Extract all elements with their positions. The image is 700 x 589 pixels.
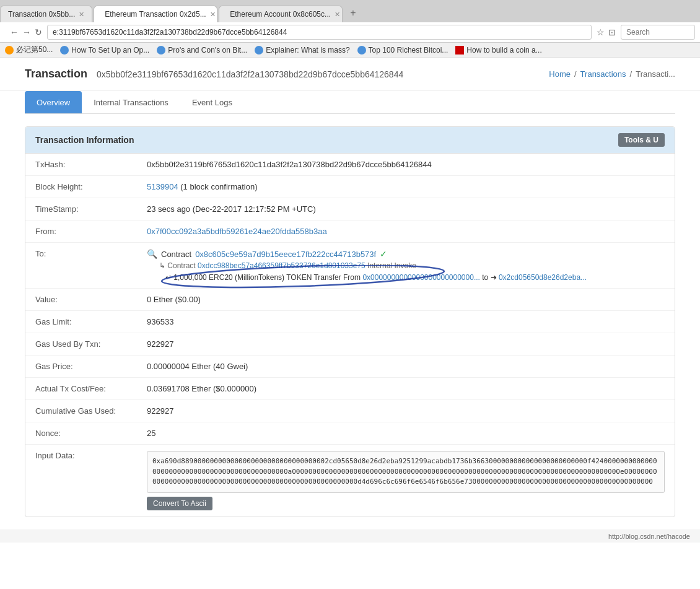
- tab-event-logs[interactable]: Event Logs: [180, 91, 244, 113]
- contract-address-link[interactable]: 0x8c605c9e59a7d9b15eece17fb222cc44713b57…: [195, 250, 376, 259]
- tools-button[interactable]: Tools & U: [618, 133, 665, 147]
- from-value: 0x7f00cc092a3a5bdfb59261e24ae20fdda558b3…: [147, 227, 665, 236]
- transfer-line: ↵ 1,000,000 ERC20 (MillionTokens) TOKEN …: [165, 273, 587, 282]
- tab-close-icon[interactable]: ✕: [210, 11, 216, 19]
- bookmark-favicon: [5, 46, 14, 55]
- cumulative-value: 922927: [147, 406, 665, 416]
- breadcrumb-sep2: /: [630, 69, 632, 79]
- address-icons: ☆ ⊡: [597, 27, 616, 37]
- table-row: TimeStamp: 23 secs ago (Dec-22-2017 12:1…: [25, 198, 675, 220]
- bookmark-label: Top 100 Richest Bitcoi...: [369, 46, 448, 55]
- gas-used-value: 922927: [147, 339, 665, 349]
- bookmark-label: Explainer: What is mass?: [266, 46, 349, 55]
- bookmark-icon[interactable]: ☆: [597, 27, 605, 37]
- panel-title: Transaction Information: [35, 135, 134, 145]
- search-input[interactable]: [621, 25, 695, 40]
- convert-ascii-button[interactable]: Convert To Ascii: [147, 497, 212, 510]
- block-height-value: 5139904 (1 block confirmation): [147, 182, 665, 191]
- bookmark-item[interactable]: How To Set Up an Op...: [60, 46, 149, 55]
- transfer-from-address[interactable]: 0x0000000000000000000000000...: [362, 273, 480, 282]
- breadcrumb-current: Transacti...: [636, 69, 675, 79]
- gas-used-label: Gas Used By Txn:: [35, 339, 147, 349]
- actual-cost-value: 0.03691708 Ether ($0.000000): [147, 384, 665, 393]
- back-icon[interactable]: ←: [10, 27, 19, 37]
- table-row: Gas Price: 0.00000004 Ether (40 Gwei): [25, 356, 675, 378]
- page-header: Transaction 0x5bb0f2e3119bf67653d1620c11…: [0, 58, 700, 91]
- block-height-label: Block Height:: [35, 182, 147, 191]
- internal-contract-link[interactable]: 0xdcc988bec57a466359ff7b533726e1d801033e…: [198, 261, 365, 270]
- table-row: TxHash: 0x5bb0f2e3119bf67653d1620c11da3f…: [25, 154, 675, 176]
- table-row: Value: 0 Ether ($0.00): [25, 289, 675, 311]
- address-bar: ← → ↻ ☆ ⊡: [0, 22, 700, 43]
- transfer-line-wrapper: ↵ 1,000,000 ERC20 (MillionTokens) TOKEN …: [165, 273, 587, 282]
- breadcrumb-sep1: /: [574, 69, 577, 79]
- nonce-value: 25: [147, 429, 665, 438]
- timestamp-label: TimeStamp:: [35, 204, 147, 214]
- internal-call-block: ↳ Contract 0xdcc988bec57a466359ff7b53372…: [159, 261, 665, 282]
- timestamp-value: 23 secs ago (Dec-22-2017 12:17:52 PM +UT…: [147, 204, 665, 214]
- tab-internal-transactions[interactable]: Internal Transactions: [82, 91, 180, 113]
- bookmark-label: How to build a coin a...: [466, 46, 541, 55]
- nav-icons: ← → ↻: [10, 27, 42, 37]
- transaction-hash-title: 0x5bb0f2e3119bf67653d1620c11da3f2f2a1307…: [97, 69, 403, 79]
- breadcrumb-home[interactable]: Home: [549, 69, 571, 79]
- bookmark-item[interactable]: Pro's and Con's on Bit...: [157, 46, 247, 55]
- window-icon[interactable]: ⊡: [608, 27, 616, 37]
- page-title-block: Transaction 0x5bb0f2e3119bf67653d1620c11…: [25, 68, 403, 81]
- panel-header: Transaction Information Tools & U: [25, 127, 675, 154]
- cumulative-label: Cumulative Gas Used:: [35, 406, 147, 416]
- tab-eth-transaction[interactable]: Ethereum Transaction 0x2d5... ✕: [94, 6, 217, 22]
- table-row: Gas Used By Txn: 922927: [25, 333, 675, 356]
- internal-invoke-text: Internal Invoke: [367, 261, 416, 270]
- tab-eth-account[interactable]: Ethereum Account 0x8c605c... ✕: [219, 6, 343, 22]
- tab-overview[interactable]: Overview: [25, 91, 82, 113]
- bookmark-favicon: [60, 46, 69, 55]
- new-tab-button[interactable]: +: [344, 4, 362, 22]
- from-address-link[interactable]: 0x7f00cc092a3a5bdfb59261e24ae20fdda558b3…: [147, 227, 327, 236]
- transaction-info-panel: Transaction Information Tools & U TxHash…: [25, 126, 675, 517]
- input-data-value: 0xa690d889000000000000000000000000000000…: [147, 451, 665, 510]
- txhash-value: 0x5bb0f2e3119bf67653d1620c11da3f2f2a1307…: [147, 160, 665, 169]
- verified-check-icon: ✓: [380, 249, 387, 259]
- table-row: From: 0x7f00cc092a3a5bdfb59261e24ae20fdd…: [25, 220, 675, 243]
- breadcrumb: Home / Transactions / Transacti...: [549, 69, 675, 79]
- contract-search-icon: 🔍: [147, 249, 157, 259]
- table-row: Gas Limit: 936533: [25, 311, 675, 333]
- browser-chrome: Transaction 0x5bb... ✕ Ethereum Transact…: [0, 0, 700, 58]
- transaction-label: Transaction: [25, 68, 87, 80]
- gas-price-value: 0.00000004 Ether (40 Gwei): [147, 362, 665, 371]
- contract-row: 🔍 Contract 0x8c605c9e59a7d9b15eece17fb22…: [147, 249, 665, 259]
- reload-icon[interactable]: ↻: [35, 27, 42, 37]
- breadcrumb-transactions[interactable]: Transactions: [580, 69, 626, 79]
- bookmark-label: Pro's and Con's on Bit...: [168, 46, 247, 55]
- gas-price-label: Gas Price:: [35, 362, 147, 371]
- bookmark-item[interactable]: Top 100 Richest Bitcoi...: [357, 46, 448, 55]
- bookmark-item[interactable]: Explainer: What is mass?: [255, 46, 349, 55]
- nonce-label: Nonce:: [35, 429, 147, 438]
- block-confirmation-text: (1 block confirmation): [180, 182, 257, 191]
- tab-close-icon[interactable]: ✕: [79, 11, 84, 19]
- tab-transaction[interactable]: Transaction 0x5bb... ✕: [0, 6, 92, 22]
- to-label: To:: [35, 249, 147, 258]
- tab-label: Transaction 0x5bb...: [8, 10, 75, 19]
- address-input[interactable]: [47, 25, 592, 40]
- table-row: Input Data: 0xa690d889000000000000000000…: [25, 445, 675, 517]
- bookmark-item[interactable]: How to build a coin a...: [455, 46, 541, 55]
- input-data-box[interactable]: 0xa690d889000000000000000000000000000000…: [147, 451, 665, 493]
- tab-label: Ethereum Transaction 0x2d5...: [105, 10, 206, 19]
- bookmark-item[interactable]: 必记第50...: [5, 45, 53, 55]
- table-row: Block Height: 5139904 (1 block confirmat…: [25, 176, 675, 198]
- actual-cost-label: Actual Tx Cost/Fee:: [35, 384, 147, 393]
- from-label: From:: [35, 227, 147, 236]
- transfer-to-address[interactable]: 0x2cd05650d8e26d2eba...: [499, 273, 587, 282]
- forward-icon[interactable]: →: [22, 27, 31, 37]
- txhash-label: TxHash:: [35, 160, 147, 169]
- page-title: Transaction 0x5bb0f2e3119bf67653d1620c11…: [25, 68, 403, 80]
- transfer-arrow-right: to ➜: [482, 273, 499, 282]
- gas-limit-label: Gas Limit:: [35, 317, 147, 326]
- status-url: http://blog.csdn.net/hacode: [608, 533, 690, 540]
- status-bar: http://blog.csdn.net/hacode: [0, 530, 700, 543]
- tab-close-icon[interactable]: ✕: [335, 11, 340, 19]
- block-height-link[interactable]: 5139904: [147, 182, 178, 191]
- bookmark-label: How To Set Up an Op...: [71, 46, 149, 55]
